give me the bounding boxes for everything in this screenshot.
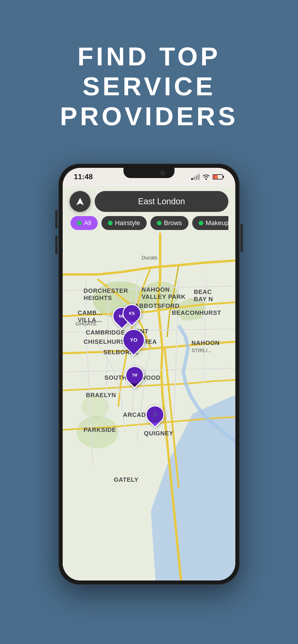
map-svg	[63, 186, 235, 580]
filter-dot-brows	[157, 221, 162, 225]
svg-rect-3	[198, 174, 200, 180]
svg-rect-1	[194, 177, 195, 180]
location-arrow-icon	[75, 197, 85, 206]
filter-row: All Hairstyle Brows	[70, 216, 228, 230]
filter-dot-all	[77, 221, 82, 225]
filter-dot-hairstyle	[108, 221, 113, 225]
map-marker-4[interactable]: TM	[125, 366, 144, 384]
phone-wrapper: 11:48	[0, 150, 298, 585]
svg-point-13	[77, 416, 118, 448]
phone-device: 11:48	[59, 164, 239, 585]
map-marker-3[interactable]: YO	[123, 329, 145, 351]
search-row: East London	[70, 191, 228, 212]
svg-point-4	[205, 178, 207, 180]
location-button[interactable]	[70, 191, 91, 212]
signal-icon	[191, 174, 200, 180]
search-location-text: East London	[138, 196, 185, 206]
svg-rect-6	[223, 176, 224, 178]
filter-chip-brows[interactable]: Brows	[150, 216, 188, 230]
volume-up-button	[55, 210, 58, 228]
battery-icon: ⚡	[213, 174, 224, 180]
page-container: FIND TOP SERVICE PROVIDERS 11:48	[0, 0, 298, 585]
map-container: Ducats DORCHESTERHEIGHTS NAHOONVALLEY PA…	[63, 186, 235, 580]
filter-dot-makeup	[199, 221, 203, 225]
svg-rect-2	[196, 175, 197, 180]
hero-section: FIND TOP SERVICE PROVIDERS	[0, 0, 298, 150]
map-controls: East London All Hairstyle	[63, 191, 235, 230]
filter-label-makeup: Makeup	[206, 219, 228, 227]
wifi-icon	[202, 174, 210, 180]
volume-down-button	[55, 236, 58, 254]
svg-point-14	[81, 395, 109, 418]
status-time: 11:48	[74, 172, 93, 181]
filter-chip-all[interactable]: All	[71, 216, 98, 230]
svg-text:⚡: ⚡	[214, 175, 218, 179]
filter-label-all: All	[84, 219, 91, 227]
map-marker-2[interactable]: KS	[123, 304, 141, 323]
map-marker-5[interactable]: 🎵	[146, 406, 164, 424]
filter-chip-makeup[interactable]: Makeup	[192, 216, 228, 230]
filter-label-brows: Brows	[164, 219, 182, 227]
search-bar[interactable]: East London	[95, 191, 228, 212]
status-icons: ⚡	[191, 174, 224, 180]
svg-rect-0	[191, 178, 193, 180]
svg-marker-16	[76, 198, 84, 205]
status-bar: 11:48	[63, 168, 235, 183]
phone-screen: 11:48	[63, 168, 235, 580]
filter-chip-hairstyle[interactable]: Hairstyle	[101, 216, 147, 230]
power-button	[240, 224, 243, 252]
filter-label-hairstyle: Hairstyle	[115, 219, 140, 227]
hero-title: FIND TOP SERVICE PROVIDERS	[60, 42, 238, 131]
